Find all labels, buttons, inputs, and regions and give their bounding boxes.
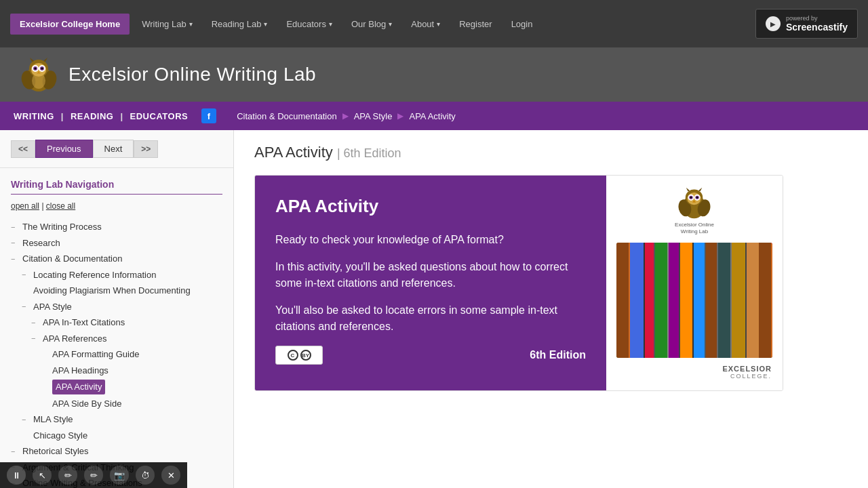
page-title: APA Activity | 6th Edition	[254, 144, 848, 161]
home-button[interactable]: Excelsior College Home	[10, 14, 130, 35]
activity-card-footer: C BY 6th Edition	[275, 346, 586, 365]
chevron-down-icon: ▾	[264, 20, 267, 28]
breadcrumb-arrow-icon: ▶	[342, 111, 349, 121]
highlight-button[interactable]: ✏	[84, 466, 103, 485]
top-navigation: Excelsior College Home Writing Lab ▾ Rea…	[0, 0, 868, 47]
prev-arrow-button[interactable]: <<	[11, 140, 35, 158]
screencastify-name: Screencastify	[786, 22, 848, 33]
writing-lab-nav-title: Writing Lab Navigation	[11, 179, 222, 195]
pause-button[interactable]: ⏸	[7, 466, 26, 485]
activity-card-para1: Ready to check your knowledge of APA for…	[275, 232, 586, 248]
tree-item-mla[interactable]: − MLA Style	[11, 411, 222, 428]
svg-point-11	[35, 67, 37, 69]
screencastify-badge: ▶ powered by Screencastify	[755, 9, 858, 39]
chevron-down-icon: ▾	[437, 20, 440, 28]
tree-item-research[interactable]: − Research	[11, 235, 222, 251]
books-image	[616, 243, 772, 358]
writing-link[interactable]: WRITING	[14, 111, 54, 121]
svg-marker-20	[698, 188, 702, 191]
page-content: APA Activity | 6th Edition APA Activity …	[234, 130, 868, 488]
svg-point-26	[690, 197, 692, 199]
tree-item-rhetorical[interactable]: − Rhetorical Styles	[11, 443, 222, 460]
tree-item-apa-activity[interactable]: APA Activity	[11, 378, 222, 396]
play-icon: ▶	[766, 16, 781, 31]
next-button[interactable]: Next	[93, 140, 134, 158]
activity-card-para3: You'll also be asked to locate errors in…	[275, 302, 586, 335]
tree-item-apa-intext[interactable]: − APA In-Text Citations	[11, 314, 222, 331]
about-nav[interactable]: About ▾	[404, 15, 447, 33]
owl-logo-small: Excelsior Online Writing Lab	[675, 186, 714, 236]
svg-point-27	[696, 197, 698, 199]
activity-card-content: APA Activity Ready to check your knowled…	[255, 176, 606, 390]
tree-item-writing-process[interactable]: − The Writing Process	[11, 219, 222, 235]
excelsior-sub: COLLEGE.	[730, 373, 772, 380]
tree-item-citation[interactable]: − Citation & Documentation	[11, 251, 222, 267]
screencastify-toolbar: ⏸ ↖ ✏ ✏ 📷 ⏱ ✕	[0, 462, 187, 488]
activity-card-heading: APA Activity	[275, 196, 586, 217]
register-nav[interactable]: Register	[452, 15, 498, 33]
tree-item-chicago[interactable]: Chicago Style	[11, 428, 222, 444]
owl-logo[interactable]	[20, 56, 58, 94]
facebook-icon[interactable]: f	[201, 108, 216, 123]
toggle-icon: −	[31, 333, 41, 344]
breadcrumb-citation[interactable]: Citation & Documentation	[237, 111, 336, 121]
excelsior-logo: EXCELSIOR COLLEGE.	[617, 365, 772, 380]
cc-symbol: C	[288, 350, 298, 361]
video-button[interactable]: 📷	[110, 466, 129, 485]
reading-lab-nav[interactable]: Reading Lab ▾	[205, 15, 275, 33]
svg-marker-5	[43, 58, 47, 62]
tree-item-locating[interactable]: − Locating Reference Information	[11, 267, 222, 283]
tree-item-apa-formatting[interactable]: APA Formatting Guide	[11, 346, 222, 363]
close-all-link[interactable]: close all	[46, 201, 75, 211]
activity-card-para2: In this activity, you'll be asked questi…	[275, 259, 586, 291]
edition-label: | 6th Edition	[337, 146, 401, 160]
site-title: Excelsior Online Writing Lab	[68, 64, 316, 85]
educators-link[interactable]: EDUCATORS	[130, 111, 189, 121]
next-arrow-button[interactable]: >>	[134, 140, 158, 158]
svg-point-14	[32, 73, 45, 89]
toggle-icon: −	[31, 317, 41, 329]
tree-item-apa-headings[interactable]: APA Headings	[11, 363, 222, 379]
cursor-button[interactable]: ↖	[33, 466, 52, 485]
toggle-icon: −	[11, 253, 20, 265]
svg-point-12	[41, 67, 43, 69]
educators-nav[interactable]: Educators ▾	[279, 15, 339, 33]
toggle-icon: −	[22, 269, 31, 281]
chevron-down-icon: ▾	[389, 20, 392, 28]
edition-badge: 6th Edition	[530, 349, 586, 361]
tree-item-apa-references[interactable]: − APA References	[11, 331, 222, 347]
chevron-down-icon: ▾	[189, 20, 193, 28]
logo-bar: Excelsior Online Writing Lab	[0, 47, 868, 102]
close-button[interactable]: ✕	[161, 466, 180, 485]
toggle-icon: −	[11, 237, 20, 249]
toggle-icon: −	[11, 446, 20, 458]
excelsior-name: EXCELSIOR	[722, 365, 772, 373]
activity-card: APA Activity Ready to check your knowled…	[254, 175, 783, 391]
previous-button[interactable]: Previous	[35, 140, 93, 158]
tree-item-avoiding[interactable]: Avoiding Plagiarism When Documenting	[11, 283, 222, 299]
powered-by-label: powered by	[786, 15, 848, 22]
toggle-icon: −	[22, 301, 31, 312]
toggle-icon: −	[22, 414, 31, 426]
svg-marker-19	[686, 188, 690, 191]
tree-item-apa-style[interactable]: − APA Style	[11, 299, 222, 315]
cc-license-icon: C BY	[275, 346, 323, 365]
nav-buttons: << Previous Next >>	[0, 130, 233, 168]
chevron-down-icon: ▾	[329, 20, 332, 28]
timer-button[interactable]: ⏱	[136, 466, 155, 485]
pen-button[interactable]: ✏	[58, 466, 77, 485]
by-symbol: BY	[300, 350, 311, 361]
writing-lab-nav[interactable]: Writing Lab ▾	[135, 15, 199, 33]
breadcrumb: Citation & Documentation ▶ APA Style ▶ A…	[216, 111, 854, 121]
reading-link[interactable]: READING	[71, 111, 113, 121]
sub-navigation: WRITING | READING | EDUCATORS f Citation…	[0, 102, 868, 130]
breadcrumb-current: APA Activity	[409, 111, 455, 121]
our-blog-nav[interactable]: Our Blog ▾	[344, 15, 399, 33]
open-close-controls: open all | close all	[11, 201, 222, 211]
login-nav[interactable]: Login	[505, 15, 540, 33]
toggle-icon: −	[11, 222, 20, 233]
sidebar: << Previous Next >> Writing Lab Navigati…	[0, 130, 234, 488]
breadcrumb-apa-style[interactable]: APA Style	[354, 111, 393, 121]
tree-item-apa-side[interactable]: APA Side By Side	[11, 396, 222, 412]
open-all-link[interactable]: open all	[11, 201, 39, 211]
